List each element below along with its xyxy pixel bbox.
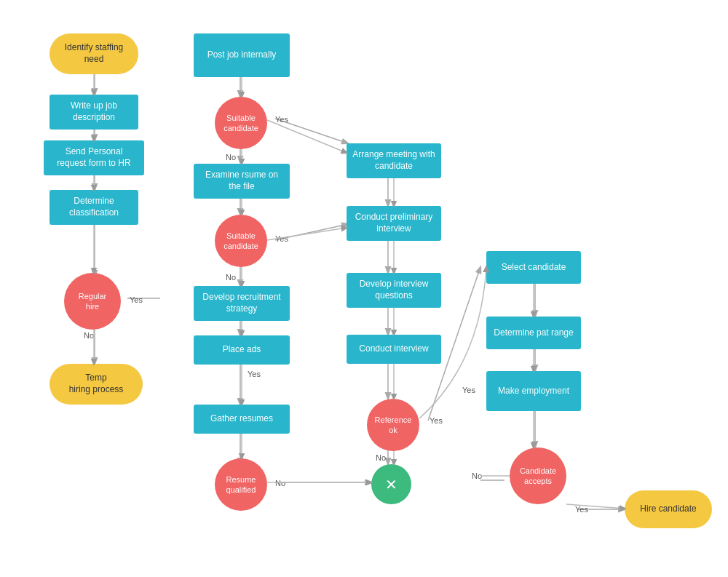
send-personal-node: Send Personalrequest form to HR [44,140,144,175]
place-ads-node: Place ads [194,335,290,365]
determine-class-label: Determineclassification [69,196,119,218]
identify-staffing-label: Identify staffing need [55,42,132,65]
reject-node: ✕ [371,464,411,504]
develop-strategy-node: Develop recruitmentstrategy [194,286,290,321]
diagram: Identify staffing need Write up jobdescr… [0,0,728,577]
examine-resume-label: Examine rsume onthe file [205,170,278,192]
make-employment-label: Make employment [498,386,569,397]
resume-qualified-label: Resumequalified [226,474,256,496]
conduct-interview-node: Conduct interview [347,335,441,364]
place-ads-label: Place ads [223,344,261,356]
write-job-label: Write up jobdescription [71,100,117,123]
regular-hire-no-label: No [84,331,94,340]
candidate-accepts-no-label: No [472,471,482,480]
determine-pay-node: Determine pat range [486,317,581,349]
determine-pay-label: Determine pat range [494,327,573,339]
suitable1-yes-label: Yes [275,115,288,124]
suitable1-no-label: No [226,153,236,162]
reference-ok-label: Referenceok [375,415,412,436]
post-job-label: Post job internally [207,49,277,61]
post-job-node: Post job internally [194,33,290,77]
send-personal-label: Send Personalrequest form to HR [57,146,130,169]
examine-resume-node: Examine rsume onthe file [194,164,290,199]
place-ads-yes-label: Yes [248,370,261,378]
reject-label: ✕ [385,476,397,493]
develop-questions-node: Develop interviewquestions [347,273,441,308]
suitable2-yes-label: Yes [275,234,288,243]
resume-qualified-no-label: No [275,479,285,488]
regular-hire-yes-label: Yes [130,295,143,304]
temp-hiring-label: Temphiring process [69,373,124,395]
reference-ok-yes-label: Yes [430,416,443,425]
identify-staffing-node: Identify staffing need [50,33,138,74]
write-job-node: Write up jobdescription [50,95,138,130]
suitable2-node: Suitablecandidate [215,215,267,267]
develop-questions-label: Develop interviewquestions [360,279,429,301]
regular-hire-label: Regularhire [79,291,107,312]
candidate-accepts-yes-label: Yes [575,505,588,514]
candidate-accepts-label: Candidateaccepts [520,466,556,487]
temp-hiring-node: Temphiring process [50,364,143,405]
svg-line-33 [267,120,347,153]
suitable2-label: Suitablecandidate [223,231,258,252]
reference-ok-no-label: No [376,453,386,462]
conduct-interview-label: Conduct interview [359,343,428,355]
reference-ok-node: Referenceok [367,399,419,451]
resume-qualified-node: Resumequalified [215,458,267,511]
make-employment-node: Make employment [486,371,581,411]
conduct-prelim-node: Conduct preliminaryinterview [347,206,441,241]
conduct-prelim-label: Conduct preliminaryinterview [355,212,433,234]
select-candidate-node: Select candidate [486,251,581,284]
develop-strategy-label: Develop recruitmentstrategy [202,292,280,314]
select-candidate-label: Select candidate [502,262,566,274]
regular-hire-node: Regularhire [64,273,121,330]
hire-candidate-node: Hire candidate [625,490,712,528]
gather-resumes-node: Gather resumes [194,405,290,434]
determine-class-node: Determineclassification [50,190,138,225]
suitable1-label: Suitablecandidate [223,113,258,134]
arrange-meeting-node: Arrange meeting withcandidate [347,143,441,178]
hire-candidate-label: Hire candidate [640,504,696,515]
suitable2-no-label: No [226,273,236,282]
candidate-accepts-node: Candidateaccepts [510,447,566,504]
arrange-meeting-label: Arrange meeting withcandidate [352,149,435,172]
make-employment-yes-label: Yes [462,386,475,394]
gather-resumes-label: Gather resumes [210,413,273,425]
suitable1-node: Suitablecandidate [215,97,267,149]
